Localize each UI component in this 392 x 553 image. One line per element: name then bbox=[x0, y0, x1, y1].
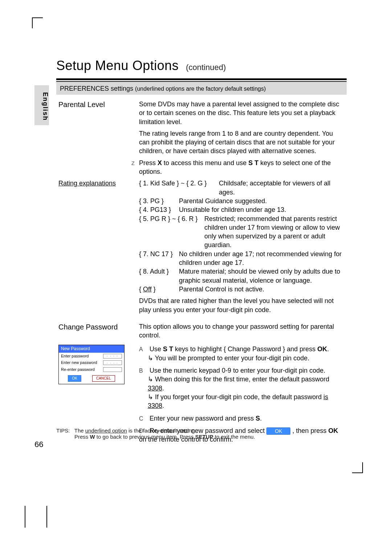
ratings-note: DVDs that are rated higher than the leve… bbox=[137, 295, 347, 316]
content-area: Setup Menu Options (continued) PREFERENC… bbox=[56, 58, 347, 445]
rating-row: { 8. Adult } Mature material; should be … bbox=[139, 267, 344, 285]
table-row: Change Password This option allows you t… bbox=[56, 316, 347, 341]
rating-row: { 1. Kid Safe } ~ { 2. G } Childsafe; ac… bbox=[139, 179, 344, 197]
change-password-desc: This option allows you to change your pa… bbox=[137, 316, 347, 341]
rating-desc: Parental Guidance suggested. bbox=[179, 197, 344, 205]
rating-key: { 1. Kid Safe } ~ { 2. G } bbox=[139, 179, 215, 197]
parental-desc-2: The rating levels range from 1 to 8 and … bbox=[137, 128, 347, 157]
section-header: PREFERENCES settings (underlined options… bbox=[56, 83, 347, 95]
step-marker: A bbox=[139, 345, 148, 353]
rating-key: { 7. NC 17 } bbox=[139, 250, 175, 267]
txt: Use bbox=[150, 345, 163, 353]
txt: . bbox=[327, 345, 329, 353]
settings-table: Parental Level Some DVDs may have a pare… bbox=[56, 98, 347, 445]
default-code: 3308 bbox=[148, 385, 162, 392]
txt: . bbox=[162, 402, 164, 409]
table-row: DVDs that are rated higher than the leve… bbox=[56, 295, 347, 316]
tips-footer: TIPS: The underlined option is the facto… bbox=[56, 427, 255, 440]
txt: Use the numeric keypad 0-9 to enter your… bbox=[150, 367, 325, 374]
rating-desc: No children under age 17; not recommende… bbox=[179, 250, 344, 267]
rating-key: { 8. Adult } bbox=[139, 267, 175, 285]
step-a-sub: ↳ You will be prompted to enter your fou… bbox=[139, 354, 344, 362]
key-setup: SETUP bbox=[195, 434, 213, 440]
rating-desc: Parental Control is not active. bbox=[179, 285, 344, 294]
dialog-label: Enter new password bbox=[61, 360, 97, 365]
page-title-continued: (continued) bbox=[186, 63, 226, 72]
off-underline: Off bbox=[143, 286, 152, 293]
password-field[interactable]: · · · · bbox=[103, 354, 122, 359]
step-c: C Enter your new password and press S. bbox=[139, 414, 344, 423]
txt: . bbox=[162, 385, 164, 392]
step-marker: C bbox=[139, 415, 148, 423]
password-field[interactable] bbox=[103, 367, 122, 372]
rating-key: { 4. PG13 } bbox=[139, 205, 175, 214]
tips-head: TIPS: bbox=[56, 427, 70, 434]
key-w: W bbox=[90, 434, 95, 440]
key-st: S T bbox=[163, 345, 173, 353]
txt: When doing this for the ﬁrst time, enter… bbox=[155, 376, 329, 383]
dialog-row: Enter new password · · · · bbox=[59, 359, 124, 366]
key-st: S T bbox=[248, 159, 258, 167]
page-title-row: Setup Menu Options (continued) bbox=[56, 58, 347, 73]
rating-key: { 3. PG } bbox=[139, 197, 175, 205]
key-ok: OK bbox=[328, 427, 338, 434]
rating-row: { 4. PG13 } Unsuitable for children unde… bbox=[139, 205, 344, 214]
password-field[interactable]: · · · · bbox=[103, 360, 122, 365]
parental-level-label: Parental Level bbox=[58, 101, 105, 108]
txt: If you forget your four-digit pin code, … bbox=[155, 393, 323, 401]
step-a: A Use S T keys to highlight { Change Pas… bbox=[139, 345, 344, 362]
rating-desc: Restricted; recommended that parents res… bbox=[204, 214, 344, 250]
dialog-row: Enter password · · · · bbox=[59, 353, 124, 360]
table-row: The rating levels range from 1 to 8 and … bbox=[56, 128, 347, 157]
txt: is the factory default setting. bbox=[127, 427, 196, 434]
crop-mark-tl bbox=[32, 17, 43, 28]
crop-mark-br bbox=[352, 462, 363, 473]
step-marker: B bbox=[139, 367, 148, 375]
dialog-buttons: OK CANCEL bbox=[59, 373, 124, 384]
table-row: Rating explanations { 1. Kid Safe } ~ { … bbox=[56, 177, 347, 295]
table-row: z Press X to access this menu and use S … bbox=[56, 157, 347, 178]
rating-explanations-label: Rating explanations bbox=[58, 180, 116, 187]
txt: keys to highlight { Change Password } an… bbox=[173, 345, 317, 353]
inline-ok-button[interactable]: OK bbox=[266, 427, 290, 435]
txt: Press bbox=[139, 159, 158, 167]
rating-desc: Mature material; should be viewed only b… bbox=[179, 267, 344, 285]
language-tab: English bbox=[34, 85, 49, 125]
z-bullet-icon: z bbox=[131, 159, 135, 167]
rule-thick bbox=[56, 78, 347, 80]
tips-underline: underlined option bbox=[85, 427, 127, 434]
txt: You will be prompted to enter your four-… bbox=[155, 355, 310, 362]
rating-key: { 5. PG R } ~ { 6. R } bbox=[139, 214, 201, 250]
rating-desc: Childsafe; acceptable for viewers of all… bbox=[219, 179, 344, 197]
key-x: X bbox=[158, 159, 162, 167]
txt: , then press bbox=[292, 427, 328, 434]
key-ok: OK bbox=[317, 345, 327, 353]
txt: to exit the menu. bbox=[213, 434, 255, 440]
txt: to access this menu and use bbox=[162, 159, 248, 167]
dialog-label: Re-enter password bbox=[61, 367, 95, 372]
txt: Enter your new password and press bbox=[150, 415, 256, 422]
step-b-sub2: ↳ If you forget your four-digit pin code… bbox=[139, 393, 344, 410]
ok-button[interactable]: OK bbox=[68, 375, 81, 382]
new-password-dialog: New Password Enter password · · · · Ente… bbox=[58, 345, 124, 384]
page-number: 66 bbox=[34, 440, 43, 449]
txt: The bbox=[74, 427, 85, 434]
step-b-sub1: ↳ When doing this for the ﬁrst time, ent… bbox=[139, 375, 344, 393]
parental-instruction: Press X to access this menu and use S T … bbox=[137, 157, 347, 178]
step-b: B Use the numeric keypad 0-9 to enter yo… bbox=[139, 366, 344, 410]
crop-mark-bl1 bbox=[25, 506, 25, 528]
txt: . bbox=[260, 415, 262, 422]
key-ok: S bbox=[256, 415, 260, 422]
dialog-title: New Password bbox=[59, 345, 124, 352]
rating-row: { 3. PG } Parental Guidance suggested. bbox=[139, 197, 344, 205]
change-password-label: Change Password bbox=[58, 323, 118, 331]
table-row: Parental Level Some DVDs may have a pare… bbox=[56, 98, 347, 128]
rating-row-off: { Off } Parental Control is not active. bbox=[139, 285, 344, 294]
cancel-button[interactable]: CANCEL bbox=[92, 375, 115, 382]
rating-row: { 5. PG R } ~ { 6. R } Restricted; recom… bbox=[139, 214, 344, 250]
section-head-sub: (underlined options are the factory defa… bbox=[135, 86, 266, 92]
rating-key-off: { Off } bbox=[139, 285, 175, 294]
section-head-text: PREFERENCES settings bbox=[60, 85, 133, 92]
rule-thin bbox=[56, 81, 347, 82]
txt: Press bbox=[74, 434, 90, 440]
